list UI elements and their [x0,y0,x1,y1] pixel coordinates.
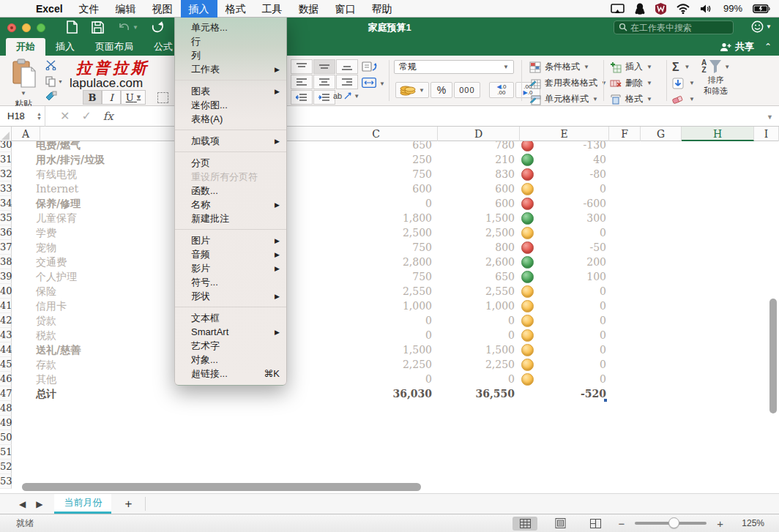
actual-cost-cell[interactable]: 2,600 [438,255,520,269]
actual-cost-cell[interactable]: 1,500 [438,211,520,225]
increase-indent-button[interactable] [313,90,335,105]
row-header[interactable]: 45 [0,357,12,372]
row-header[interactable]: 36 [0,225,12,240]
formula-bar-expand-arrow[interactable]: ▼ [767,113,773,121]
column-header[interactable]: E [520,127,609,141]
projected-cost-cell[interactable]: 0 [315,196,438,211]
row-header[interactable]: 49 [0,416,12,430]
projected-cost-cell[interactable]: 750 [315,240,438,255]
actual-cost-cell[interactable]: 2,500 [438,225,520,240]
menu-item[interactable]: 形状▶ [175,289,286,303]
category-cell[interactable]: 总计 [12,386,290,401]
actual-cost-cell[interactable]: 210 [438,152,520,167]
row-header[interactable]: 43 [0,328,12,342]
align-bottom-button[interactable] [336,59,358,74]
copy-icon[interactable]: ▼ [45,76,63,87]
actual-cost-cell[interactable]: 0 [438,313,520,328]
projected-cost-cell[interactable]: 0 [315,328,438,342]
fill-button[interactable]: ▼ [672,76,695,90]
difference-cell[interactable]: 100 [520,269,609,284]
menu-item[interactable]: 文本框 [175,311,286,325]
menu-item[interactable]: 函数... [175,184,286,198]
actual-cost-cell[interactable]: 1,500 [438,342,520,357]
row-header[interactable]: 38 [0,255,12,269]
comma-format-button[interactable]: 000 [454,82,480,98]
projected-cost-cell[interactable]: 650 [315,141,438,152]
difference-cell[interactable]: -520 [520,386,609,401]
menubar-item[interactable]: 工具 [254,0,291,18]
number-format-select[interactable]: 常规 ▼ [394,60,514,74]
percent-format-button[interactable]: % [430,82,452,98]
column-header[interactable]: C [315,127,438,141]
row-header[interactable]: 46 [0,372,12,386]
increase-decimal-button[interactable]: ◀◆.0.0.00 [489,82,514,98]
merge-dropdown-arrow[interactable]: ▼ [379,80,385,87]
difference-cell[interactable]: 300 [520,211,609,225]
bold-button[interactable]: B [83,90,102,105]
row-header[interactable]: 30 [0,141,12,152]
horizontal-scrollbar[interactable] [22,483,421,491]
qq-penguin-icon[interactable] [635,3,645,15]
page-layout-view-button[interactable] [548,517,573,531]
clear-button[interactable]: ▼ [672,92,695,106]
align-top-button[interactable] [291,59,313,74]
actual-cost-cell[interactable]: 2,250 [438,357,520,372]
feedback-smiley-button[interactable]: ▼ [751,20,772,33]
ribbon-tab[interactable]: 页面布局 [85,38,144,56]
projected-cost-cell[interactable]: 2,500 [315,225,438,240]
projected-cost-cell[interactable]: 0 [315,313,438,328]
menu-item[interactable]: 加载项▶ [175,134,286,148]
menu-item[interactable]: 新建批注 [175,211,286,225]
sort-filter-button[interactable]: AZ ▼ 排序 和筛选 [701,59,730,97]
projected-cost-cell[interactable]: 1,800 [315,211,438,225]
orientation-button[interactable] [362,61,378,76]
actual-cost-cell[interactable]: 650 [438,269,520,284]
row-header[interactable]: 39 [0,269,12,284]
row-header[interactable]: 41 [0,299,12,313]
autosum-button[interactable]: Σ▼ [672,60,695,74]
menu-item[interactable]: 分页 [175,156,286,170]
difference-cell[interactable]: 0 [520,299,609,313]
difference-cell[interactable]: 40 [520,152,609,167]
menubar-item[interactable]: 编辑 [108,0,144,18]
row-header[interactable]: 34 [0,196,12,211]
collapse-ribbon-chevron[interactable]: ⌃ [764,42,772,52]
zoom-slider-thumb[interactable] [668,517,679,528]
projected-cost-cell[interactable]: 750 [315,269,438,284]
zoom-slider[interactable] [635,522,707,525]
row-header[interactable]: 37 [0,240,12,255]
difference-cell[interactable]: 0 [520,313,609,328]
ribbon-tab[interactable]: 插入 [45,38,85,56]
row-header[interactable]: 40 [0,284,12,299]
menubar-item[interactable]: 格式 [217,0,254,18]
cut-icon[interactable] [45,60,63,72]
battery-icon[interactable] [753,4,770,13]
menu-item[interactable]: 影片▶ [175,261,286,275]
projected-cost-cell[interactable]: 2,800 [315,255,438,269]
row-header[interactable]: 42 [0,313,12,328]
page-break-view-button[interactable] [583,517,608,531]
menu-item[interactable]: 单元格... [175,20,286,34]
projected-cost-cell[interactable]: 250 [315,152,438,167]
format-as-table-button[interactable]: 套用表格格式▼ [529,76,607,90]
column-header[interactable]: A [12,127,40,141]
row-header[interactable]: 47 [0,386,12,401]
search-box[interactable] [614,20,734,34]
actual-cost-cell[interactable]: 2,550 [438,284,520,299]
menubar-item[interactable]: Excel [28,0,71,18]
menubar-item[interactable]: 视图 [144,0,181,18]
difference-cell[interactable]: 0 [520,225,609,240]
difference-cell[interactable]: 0 [520,357,609,372]
row-header[interactable]: 48 [0,401,12,416]
menu-item[interactable]: 符号... [175,275,286,289]
cancel-icon[interactable]: ✕ [60,109,70,123]
cell-name-box[interactable]: H18 ▲▼ [0,106,45,127]
menu-item[interactable]: 音频▶ [175,247,286,261]
projected-cost-cell[interactable]: 750 [315,167,438,181]
prev-sheet-arrow[interactable]: ◀ [19,499,26,509]
menu-item[interactable]: 迷你图... [175,98,286,112]
menu-item[interactable]: 表格(A) [175,112,286,126]
menubar-item[interactable]: 帮助 [364,0,400,18]
zoom-out-button[interactable]: − [618,517,625,530]
column-header[interactable]: H [682,127,754,141]
